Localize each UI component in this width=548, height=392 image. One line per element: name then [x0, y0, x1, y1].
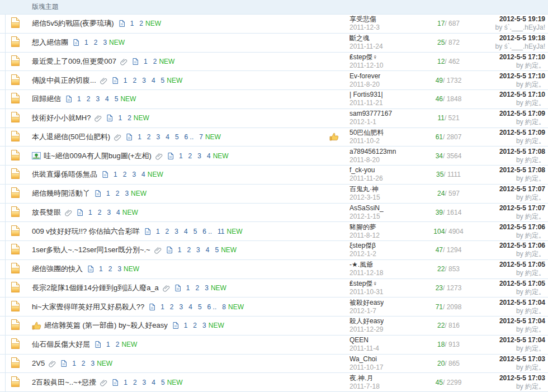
page-link[interactable]: 5 — [175, 133, 179, 141]
lastpost-author[interactable]: 約定。 — [525, 344, 545, 352]
page-link[interactable]: 1 — [84, 39, 88, 46]
author-name[interactable]: 夜.神.月 — [349, 374, 374, 382]
new-label[interactable]: NEW — [148, 171, 163, 178]
lastpost-time[interactable]: 2012-5-5 17:10 — [499, 91, 545, 99]
author-name[interactable]: 豬腳的夢 — [349, 223, 376, 232]
page-link[interactable]: 1 — [156, 228, 160, 235]
page-link[interactable]: 2 — [147, 133, 151, 141]
page-link[interactable]: 2 — [123, 171, 127, 178]
page-link[interactable]: 4 — [207, 152, 211, 160]
thread-title[interactable]: 最近愛上了009,但更愛007 — [32, 56, 116, 67]
page-link[interactable]: 1 — [106, 190, 110, 197]
lastpost-author[interactable]: 約定。 — [525, 174, 545, 182]
page-link[interactable]: 1 — [114, 171, 117, 178]
page-link[interactable]: 3 — [174, 228, 178, 235]
lastpost-author[interactable]: 約定。 — [525, 212, 545, 220]
page-link[interactable]: 1 — [179, 152, 183, 160]
new-label[interactable]: NEW — [213, 152, 229, 160]
new-label[interactable]: NEW — [97, 360, 112, 367]
page-link[interactable]: 2 — [94, 39, 98, 46]
thread-title[interactable]: 2V5 — [32, 359, 45, 367]
lastpost-author[interactable]: 約定。 — [525, 62, 545, 69]
thread-title[interactable]: 想入絕信團 — [32, 37, 68, 48]
lastpost-time[interactable]: 2012-5-5 17:06 — [499, 242, 545, 250]
page-link[interactable]: 1 — [130, 20, 134, 27]
page-link[interactable]: 3 — [103, 39, 107, 46]
page-link[interactable]: 3 — [202, 322, 206, 329]
new-label[interactable]: NEW — [211, 284, 226, 292]
page-link[interactable]: 5 — [161, 77, 165, 84]
page-link[interactable]: 2 — [127, 114, 131, 122]
author-name[interactable]: ₤step傑♀ — [349, 53, 377, 62]
page-link[interactable]: 2 — [116, 341, 120, 348]
page-link[interactable]: 2 — [133, 379, 137, 386]
lastpost-time[interactable]: 2012-5-5 17:05 — [499, 280, 545, 288]
page-link[interactable]: 1 — [186, 284, 190, 292]
lastpost-time[interactable]: 2012-5-5 19:19 — [499, 15, 545, 23]
lastpost-time[interactable]: 2012-5-5 17:06 — [499, 223, 545, 232]
new-label[interactable]: NEW — [167, 379, 183, 386]
page-link[interactable]: 4 — [105, 95, 109, 103]
lastpost-author[interactable]: 約定。 — [525, 363, 545, 371]
page-link[interactable]: 1 — [118, 114, 122, 122]
page-link[interactable]: 1 — [124, 379, 127, 386]
author-name[interactable]: f_ck-you — [349, 166, 375, 174]
lastpost-time[interactable]: 2012-5-5 17:07 — [499, 204, 545, 212]
page-link[interactable]: 1 — [184, 322, 188, 329]
lastpost-time[interactable]: 2012-5-5 17:08 — [499, 148, 545, 156]
new-label[interactable]: NEW — [159, 58, 174, 65]
page-link[interactable]: 5 — [215, 246, 219, 254]
lastpost-author[interactable]: 約定。 — [525, 193, 545, 201]
page-link[interactable]: 11 — [218, 228, 224, 235]
page-link[interactable]: 2 — [87, 95, 91, 103]
page-link[interactable]: 2 — [82, 360, 86, 367]
page-link[interactable]: 4 — [152, 379, 155, 386]
page-link[interactable]: 4 — [141, 171, 145, 178]
author-name[interactable]: 斷之魂 — [349, 34, 370, 42]
page-link[interactable]: 2 — [153, 58, 157, 65]
author-name[interactable]: AsSaSsiN_ — [349, 204, 384, 212]
new-label[interactable]: NEW — [209, 322, 224, 329]
page-link[interactable]: 4 — [152, 77, 155, 84]
lastpost-author[interactable]: 約定。 — [525, 382, 545, 390]
thread-title[interactable]: 放長雙眼 — [32, 207, 61, 218]
page-link[interactable]: 1 — [138, 133, 141, 141]
page-link[interactable]: 2 — [166, 228, 169, 235]
page-link[interactable]: 2 — [133, 77, 137, 84]
new-label[interactable]: NEW — [109, 39, 125, 46]
page-link[interactable]: 3 — [143, 379, 147, 386]
lastpost-author[interactable]: 約定。 — [525, 250, 545, 258]
lastpost-author[interactable]: 約定。 — [525, 307, 545, 315]
thread-title[interactable]: 絕信5v5約戰區(夜夢琉璃) — [32, 18, 114, 29]
lastpost-time[interactable]: 2012-5-5 17:03 — [499, 374, 545, 382]
page-link[interactable]: 3 — [96, 95, 100, 103]
author-name[interactable]: 殺人好easy — [349, 317, 384, 325]
page-link[interactable]: 3 — [91, 360, 95, 367]
author-name[interactable]: QEEN — [349, 336, 369, 344]
thread-title[interactable]: 回歸絕信 — [32, 94, 61, 104]
author-name[interactable]: 50巴仙肥料 — [349, 129, 384, 137]
lastpost-time[interactable]: 2012-5-5 17:09 — [499, 110, 545, 118]
author-name[interactable]: 百鬼丸·神 — [349, 185, 379, 193]
page-link[interactable]: 3 — [196, 246, 200, 254]
lastpost-author[interactable]: 約定。 — [525, 288, 545, 296]
page-link[interactable]: 1 — [72, 360, 76, 367]
thread-title[interactable]: 長宗2龍隊1個鍾14分鍾到g到話人廢a_a — [32, 283, 159, 293]
thread-title[interactable]: 仙石個反傷大好屈 — [32, 339, 90, 350]
page-link[interactable]: 6 .. — [202, 228, 212, 235]
author-name[interactable]: | Fortis931| — [349, 91, 383, 99]
page-link[interactable]: 3 — [157, 133, 160, 141]
new-label[interactable]: NEW — [121, 341, 137, 348]
page-link[interactable]: 1 — [144, 58, 148, 65]
page-link[interactable]: 1 — [124, 77, 127, 84]
page-link[interactable]: 2 — [196, 284, 200, 292]
page-link[interactable]: 3 — [197, 152, 201, 160]
lastpost-time[interactable]: 2012-5-5 17:04 — [499, 336, 545, 344]
author-name[interactable]: Ev-forever — [349, 72, 380, 81]
page-link[interactable]: 5 — [198, 303, 202, 311]
new-label[interactable]: NEW — [167, 77, 182, 84]
page-link[interactable]: 4 — [166, 133, 169, 141]
page-link[interactable]: 6 .. — [185, 133, 194, 141]
lastpost-author[interactable]: ś`.___.hEyJa! — [504, 23, 545, 31]
new-label[interactable]: NEW — [226, 228, 242, 235]
